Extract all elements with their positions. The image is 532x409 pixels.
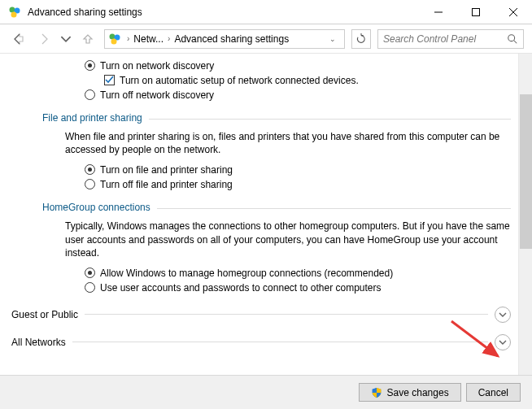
- titlebar: Advanced sharing settings: [0, 0, 532, 24]
- breadcrumb-item[interactable]: Netw...: [133, 33, 164, 45]
- shield-icon: [371, 387, 382, 398]
- radio-button[interactable]: [85, 89, 95, 100]
- radio-label: Allow Windows to manage homegroup connec…: [100, 267, 393, 280]
- expand-button[interactable]: [495, 334, 511, 350]
- radio-label: Turn off network discovery: [100, 89, 214, 102]
- radio-row[interactable]: Allow Windows to manage homegroup connec…: [85, 266, 511, 281]
- svg-point-2: [11, 11, 17, 17]
- radio-label: Turn on file and printer sharing: [100, 163, 233, 176]
- section-description: Typically, Windows manages the connectio…: [65, 220, 511, 259]
- checkbox[interactable]: [104, 75, 115, 85]
- radio-button[interactable]: [85, 164, 95, 175]
- button-label: Save changes: [387, 387, 449, 398]
- radio-row[interactable]: Turn on network discovery: [85, 59, 511, 73]
- breadcrumb-item[interactable]: Advanced sharing settings: [174, 33, 289, 45]
- checkbox-row[interactable]: Turn on automatic setup of network conne…: [104, 73, 511, 88]
- control-panel-icon: [108, 33, 121, 46]
- radio-row[interactable]: Turn off network discovery: [85, 88, 511, 102]
- cancel-button[interactable]: Cancel: [466, 383, 521, 402]
- search-box[interactable]: [377, 29, 524, 49]
- expand-button[interactable]: [495, 307, 511, 323]
- control-panel-icon: [8, 6, 21, 19]
- radio-button[interactable]: [85, 282, 95, 293]
- radio-label: Turn off file and printer sharing: [100, 178, 233, 191]
- vertical-scrollbar[interactable]: [518, 54, 532, 375]
- address-dropdown-button[interactable]: ⌄: [325, 35, 341, 43]
- radio-row[interactable]: Use user accounts and passwords to conne…: [85, 281, 511, 295]
- section-header: HomeGroup connections: [42, 202, 511, 213]
- button-label: Cancel: [478, 387, 508, 398]
- chevron-right-icon[interactable]: ›: [125, 34, 131, 43]
- chevron-right-icon[interactable]: ›: [166, 34, 172, 43]
- svg-point-0: [10, 7, 15, 12]
- scrollbar-thumb[interactable]: [520, 94, 532, 249]
- radio-row[interactable]: Turn on file and printer sharing: [85, 163, 511, 177]
- search-icon: [507, 33, 518, 45]
- up-button[interactable]: [78, 29, 98, 49]
- save-changes-button[interactable]: Save changes: [359, 383, 461, 402]
- window-title: Advanced sharing settings: [28, 7, 420, 18]
- profile-label: Guest or Public: [11, 309, 78, 320]
- footer: Save changes Cancel: [0, 375, 532, 409]
- svg-rect-4: [473, 9, 480, 16]
- section-title: File and printer sharing: [42, 112, 142, 124]
- profile-row-guest: Guest or Public: [11, 307, 511, 323]
- section-header: File and printer sharing: [42, 112, 511, 124]
- radio-row[interactable]: Turn off file and printer sharing: [85, 177, 511, 192]
- address-bar[interactable]: › Netw... › Advanced sharing settings ⌄: [104, 29, 345, 49]
- close-button[interactable]: [495, 0, 532, 24]
- section-title: HomeGroup connections: [42, 202, 150, 213]
- radio-button[interactable]: [85, 179, 95, 189]
- svg-point-7: [110, 33, 116, 39]
- back-button[interactable]: [8, 29, 28, 49]
- profile-row-all-networks: All Networks: [11, 334, 511, 350]
- radio-button[interactable]: [85, 60, 95, 71]
- recent-locations-button[interactable]: [60, 29, 72, 49]
- profile-label: All Networks: [11, 337, 66, 348]
- radio-label: Use user accounts and passwords to conne…: [100, 281, 382, 294]
- refresh-button[interactable]: [351, 29, 371, 49]
- svg-point-10: [508, 34, 515, 41]
- radio-label: Turn on network discovery: [100, 59, 214, 72]
- forward-button[interactable]: [34, 29, 54, 49]
- maximize-button[interactable]: [457, 0, 495, 24]
- section-description: When file and printer sharing is on, fil…: [65, 130, 511, 156]
- svg-point-9: [111, 38, 117, 44]
- radio-button[interactable]: [85, 268, 95, 278]
- svg-line-11: [514, 40, 517, 43]
- checkbox-label: Turn on automatic setup of network conne…: [120, 74, 359, 87]
- content-pane: Turn on network discovery Turn on automa…: [0, 54, 532, 375]
- minimize-button[interactable]: [420, 0, 457, 24]
- search-input[interactable]: [383, 33, 507, 45]
- toolbar: › Netw... › Advanced sharing settings ⌄: [0, 24, 532, 54]
